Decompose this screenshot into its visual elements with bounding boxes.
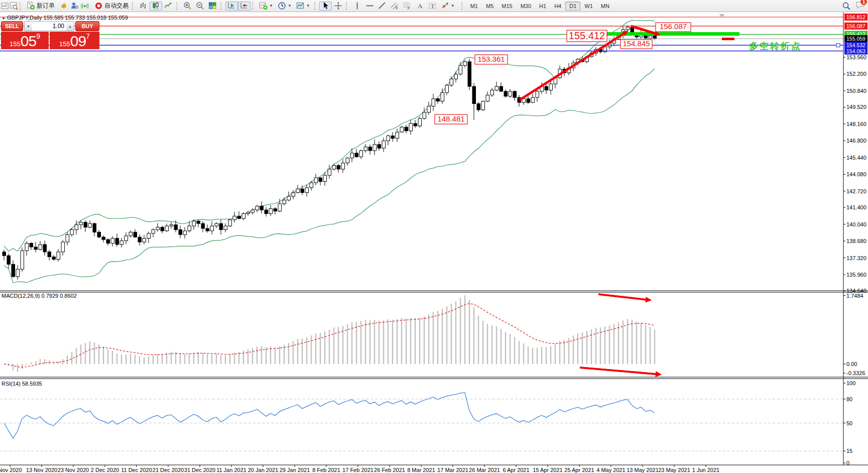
timeframe-d1[interactable]: D1 <box>565 2 580 11</box>
tile-windows-button[interactable] <box>206 2 219 11</box>
candlestick-chart-button[interactable] <box>150 2 162 11</box>
arrows-icon <box>441 2 449 10</box>
cursor-icon <box>321 2 330 10</box>
svg-text:137.320: 137.320 <box>846 255 866 261</box>
auto-scroll-button[interactable] <box>225 2 238 11</box>
svg-text:17 Feb 2021: 17 Feb 2021 <box>342 467 374 473</box>
lot-size-input[interactable] <box>32 22 66 31</box>
lot-size-stepper: ▼ ▲ <box>24 21 74 31</box>
chevron-down-icon[interactable]: ▼ <box>288 4 292 8</box>
line-chart-button[interactable] <box>162 2 175 11</box>
svg-text:80: 80 <box>846 396 852 402</box>
periods-button[interactable]: ▼ <box>276 2 294 11</box>
ask-pip-digit: 7 <box>86 33 90 39</box>
trend-arrow <box>580 368 656 374</box>
svg-text:4 May 2021: 4 May 2021 <box>596 467 625 473</box>
svg-text:6 Apr 2021: 6 Apr 2021 <box>503 467 529 473</box>
svg-text:-0.3326: -0.3326 <box>846 370 865 376</box>
chevron-down-icon[interactable]: ▼ <box>269 4 273 8</box>
crosshair-button[interactable] <box>332 2 344 11</box>
svg-text:T: T <box>431 3 434 9</box>
chat-button[interactable]: 1 <box>855 1 864 11</box>
cursor-button[interactable] <box>319 2 332 11</box>
svg-text:E: E <box>396 6 398 10</box>
bar-chart-button[interactable] <box>137 2 150 11</box>
timeframe-m1[interactable]: M1 <box>466 2 482 11</box>
fibonacci-button[interactable]: F <box>401 2 414 11</box>
svg-text:154.532: 154.532 <box>846 42 865 48</box>
chart-shift-marker <box>719 14 725 17</box>
svg-text:20 Jan 2021: 20 Jan 2021 <box>248 467 279 473</box>
indicators-button[interactable]: ▼ <box>257 2 276 11</box>
equidistant-channel-icon: E <box>391 2 399 10</box>
fibonacci-icon: F <box>403 2 412 10</box>
svg-text:135.960: 135.960 <box>846 272 866 278</box>
svg-text:0.00: 0.00 <box>846 361 857 367</box>
text-label-button[interactable]: T <box>426 2 439 11</box>
svg-text:100: 100 <box>846 380 855 386</box>
bid-price-display[interactable]: 155 05 9 <box>1 32 49 49</box>
svg-text:148.160: 148.160 <box>846 121 866 127</box>
arrows-button[interactable]: ▼ <box>439 2 457 11</box>
market-icon[interactable] <box>60 2 68 10</box>
svg-text:11 Jan 2021: 11 Jan 2021 <box>216 467 246 473</box>
bid-big-digits: 05 <box>21 34 36 48</box>
timeframe-m15[interactable]: M15 <box>498 2 516 11</box>
toolbar-grip <box>132 2 136 10</box>
broadcast-icon[interactable] <box>81 2 89 10</box>
chevron-down-icon[interactable]: ▼ <box>306 4 310 8</box>
bollinger-bands <box>4 20 655 283</box>
chart-shift-button[interactable] <box>238 2 251 11</box>
timeframe-mn[interactable]: MN <box>597 2 613 11</box>
timeframe-h4[interactable]: H4 <box>550 2 565 11</box>
svg-text:156.812: 156.812 <box>846 14 865 20</box>
timeframe-m30[interactable]: M30 <box>517 2 535 11</box>
timeframe-h1[interactable]: H1 <box>535 2 550 11</box>
trendline-button[interactable] <box>376 2 389 11</box>
svg-text:25 Apr 2021: 25 Apr 2021 <box>564 467 594 473</box>
text-button[interactable]: A <box>414 2 426 11</box>
buy-button[interactable]: BUY <box>75 21 99 31</box>
zoom-out-button[interactable] <box>194 2 206 11</box>
bid-pip-digit: 9 <box>36 33 40 39</box>
charts-icon[interactable] <box>1 2 10 10</box>
lot-decrease-button[interactable]: ▼ <box>25 22 32 31</box>
horizontal-line-button[interactable] <box>363 2 376 11</box>
trend-arrow <box>598 294 646 300</box>
auto-trading-button[interactable]: 自动交易 <box>92 2 131 11</box>
svg-text:155.412: 155.412 <box>569 30 605 41</box>
svg-text:134.640: 134.640 <box>846 288 866 294</box>
search-icon[interactable] <box>842 2 850 10</box>
timeframe-w1[interactable]: W1 <box>580 2 597 11</box>
candlestick-chart-icon <box>152 2 160 10</box>
chevron-down-icon[interactable]: ▼ <box>451 4 455 8</box>
svg-text:148.481: 148.481 <box>437 114 464 123</box>
timeframe-m5[interactable]: M5 <box>482 2 498 11</box>
svg-text:50: 50 <box>846 420 852 426</box>
chart-canvas[interactable]: ▲GBPJPY,Daily 155.585 155.733 155.018 15… <box>0 12 868 473</box>
toolbar-grip <box>252 2 256 10</box>
templates-button[interactable]: ▼ <box>294 2 313 11</box>
macd-panel <box>4 296 655 372</box>
signals-icon[interactable] <box>70 2 79 10</box>
svg-text:2 Dec 2020: 2 Dec 2020 <box>91 467 119 473</box>
svg-text:154.063: 154.063 <box>846 48 865 54</box>
svg-text:F: F <box>408 7 410 10</box>
ask-price-display[interactable]: 155 09 7 <box>50 32 99 49</box>
svg-text:31 Dec 2020: 31 Dec 2020 <box>184 467 215 473</box>
profiles-icon[interactable] <box>10 2 18 10</box>
new-order-button[interactable]: 新订单 <box>25 2 57 11</box>
new-order-label: 新订单 <box>37 2 55 10</box>
toolbar-grip <box>314 2 318 10</box>
line-chart-icon <box>164 2 173 10</box>
svg-text:GBPJPY,Daily 155.585 155.733: GBPJPY,Daily 155.585 155.733 155.018 155… <box>7 15 128 21</box>
equidistant-channel-button[interactable]: E <box>389 2 401 11</box>
svg-text:多空转折点: 多空转折点 <box>749 41 802 51</box>
vertical-line-button[interactable] <box>351 2 363 11</box>
sell-button[interactable]: SELL <box>1 21 23 31</box>
candles <box>3 25 657 280</box>
svg-text:26 Feb 2021: 26 Feb 2021 <box>374 467 405 473</box>
toolbar-grip <box>220 2 224 10</box>
zoom-in-button[interactable] <box>181 2 194 11</box>
lot-increase-button[interactable]: ▲ <box>66 22 74 31</box>
